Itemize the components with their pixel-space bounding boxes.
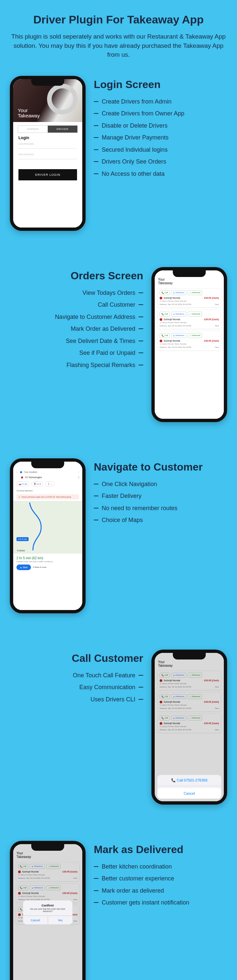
feature-item: Choice of Maps <box>94 516 206 524</box>
feature-item: Mark Order as Delivered <box>71 325 143 333</box>
dash-icon <box>94 508 98 509</box>
delivered-button[interactable]: ✓Delivered <box>188 312 202 317</box>
feature-item: Manage Driver Payments <box>94 134 206 142</box>
travel-mode-train[interactable]: 🚆 2 h 8 <box>31 481 43 486</box>
order-price: £39.95 (Cash) <box>204 318 219 320</box>
dash-icon <box>94 125 98 126</box>
dash-icon <box>94 113 98 114</box>
origin-label[interactable]: Your location <box>24 471 37 473</box>
call-button[interactable]: 📞Call <box>160 312 170 317</box>
login-tab-owner[interactable]: OWNER <box>18 126 48 132</box>
dialog-yes-button[interactable]: Yes <box>48 916 73 924</box>
destination-label[interactable]: V1 Technologies <box>25 476 42 479</box>
dialog-message: Are you sure that this order has been de… <box>23 907 73 915</box>
feature-item: One Touch Call Feature <box>73 672 143 679</box>
feature-item: Better customer experience <box>94 875 206 882</box>
driver-login-button[interactable]: DRIVER LOGIN <box>19 169 77 180</box>
feature-list-orders: View Todays Orders Call Customer Navigat… <box>10 289 143 369</box>
login-tab-driver[interactable]: DRIVER <box>48 126 77 132</box>
order-price: £39.95 (Cash) <box>204 297 219 299</box>
directions-button[interactable]: ➤Directions <box>171 333 186 338</box>
start-navigation-button[interactable]: ▲ Start <box>16 565 31 570</box>
dash-icon <box>139 328 143 329</box>
app-brand-line1: Your <box>158 278 221 281</box>
order-status: New <box>215 303 219 305</box>
feature-item: See Delivert Date & Times <box>66 337 143 345</box>
swap-icon[interactable]: ⇅ <box>78 476 80 479</box>
feature-item: Mark order as delivered <box>94 887 206 895</box>
cancel-button[interactable]: Cancel <box>157 788 221 799</box>
directions-icon: ➤ <box>173 313 175 315</box>
call-button[interactable]: 📞Call <box>160 333 170 338</box>
customer-name: Subhojit Mondal <box>164 297 180 299</box>
feature-item: Drivers Only See Orders <box>94 158 206 165</box>
back-icon[interactable]: ← <box>16 471 18 473</box>
more-icon[interactable]: ⋯ <box>77 471 80 474</box>
feature-item: Better kitchen coordination <box>94 863 206 870</box>
customer-name: Subhojit Mondal <box>164 340 180 342</box>
dash-icon <box>139 317 143 317</box>
feature-list-call: One Touch Call Feature Easy Communicatio… <box>10 672 143 703</box>
password-input[interactable]: PASSWORD <box>19 153 77 159</box>
dash-icon <box>94 866 98 867</box>
travel-mode-car[interactable]: 🚗 2 h 22 <box>16 481 29 486</box>
customer-name: Subhojit Mondal <box>164 318 180 320</box>
section-title: Navigate to Customer <box>94 461 227 473</box>
travel-mode-walk[interactable]: 🚶 — <box>45 481 55 486</box>
dest-dot-icon <box>21 476 23 479</box>
order-card[interactable]: 📞Call ➤Directions ✓Delivered Subhojit Mo… <box>157 288 221 308</box>
feature-item: Faster Delivery <box>94 492 206 500</box>
feature-item: Uses Drivers CLI <box>90 696 143 703</box>
eta-subtext: Fastest route now due to traffic conditi… <box>16 560 79 563</box>
phone-orders: Your Takeaway 📞Call ➤Directions ✓Deliver… <box>152 267 227 422</box>
phone-notch <box>31 461 64 468</box>
section-login: Your Takeaway OWNER DRIVER Login USERNAM… <box>0 69 237 261</box>
eta-badge: 2 hr 5 min <box>16 537 28 541</box>
phone-icon: 📞 <box>162 313 164 315</box>
phone-notch <box>173 270 206 277</box>
section-title: Call Customer <box>10 652 143 665</box>
dash-icon <box>94 484 98 484</box>
delivery-time: Delivery: Sat, 03 Jul 2021 04:10 PM <box>160 346 191 348</box>
username-input[interactable]: USERNAME <box>19 143 77 149</box>
directions-button[interactable]: ➤Directions <box>171 312 186 317</box>
call-button[interactable]: 📞Call <box>160 290 170 295</box>
phone-call: Your Takeaway 📞Call ➤Directions ✓Deliver… <box>152 650 227 805</box>
order-card[interactable]: 📞Call ➤Directions ✓Delivered Subhojit Mo… <box>157 310 221 329</box>
directions-icon: ➤ <box>173 334 175 337</box>
delivered-button[interactable]: ✓Delivered <box>188 290 202 295</box>
city-label: Kolkata <box>17 549 25 552</box>
order-card[interactable]: 📞Call ➤Directions ✓Delivered Subhojit Mo… <box>157 331 221 350</box>
dialog-cancel-button[interactable]: Cancel <box>23 916 48 924</box>
check-icon: ✓ <box>190 334 191 337</box>
call-number-option[interactable]: 📞 Call 07501-276358 <box>157 775 221 786</box>
feature-item: Easy Communication <box>79 684 143 691</box>
feature-item: Disable or Delete Drivers <box>94 122 206 130</box>
phone-icon: 📞 <box>162 334 164 337</box>
dash-icon <box>139 304 143 305</box>
feature-item: Customer gets instant notification <box>94 899 206 907</box>
steps-more-button[interactable]: ≡ Steps & more <box>33 566 47 568</box>
confirm-dialog: Confirm! Are you sure that this order ha… <box>23 900 73 924</box>
feature-item: No need to remember routes <box>94 504 206 512</box>
eta-text: 2 hr 5 min (62 km) <box>16 556 79 560</box>
section-title: Orders Screen <box>10 270 143 282</box>
feature-item: See if Paid or Unpaid <box>79 349 143 357</box>
page-subtitle: This plugin is sold seperately and works… <box>10 32 227 59</box>
delivered-button[interactable]: ✓Delivered <box>188 333 202 338</box>
feature-item: Call Customer <box>98 301 143 309</box>
phone-login: Your Takeaway OWNER DRIVER Login USERNAM… <box>10 76 85 231</box>
directions-icon: ➤ <box>173 291 175 294</box>
feature-item: View Todays Orders <box>83 289 143 297</box>
dash-icon <box>139 675 143 676</box>
warning-icon: ⚠ <box>19 496 20 498</box>
feature-item: Create Drivers from Owner App <box>94 110 206 118</box>
app-brand-line2: Takeaway <box>158 281 221 285</box>
dash-icon <box>94 520 98 520</box>
feature-list-delivered: Better kitchen coordination Better custo… <box>94 863 227 907</box>
directions-button[interactable]: ➤Directions <box>171 290 186 295</box>
section-orders: Your Takeaway 📞Call ➤Directions ✓Deliver… <box>0 261 237 452</box>
dash-icon <box>139 293 143 293</box>
phone-navigate: ←Your location⋯ V1 Technologies⇅ 🚗 2 h 2… <box>10 458 85 613</box>
map-canvas[interactable]: 2 hr 5 min Kolkata <box>13 501 82 554</box>
